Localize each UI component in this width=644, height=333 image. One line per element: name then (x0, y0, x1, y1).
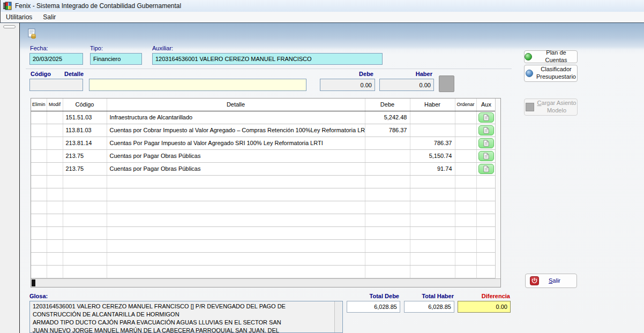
table-row[interactable]: 213.81.14 Cuentas Por Pagar Impuesto al … (31, 137, 496, 149)
fecha-value: 20/03/2025 (33, 56, 62, 62)
menu-bar: Utilitarios Salir (0, 12, 644, 22)
cell-haber: 91.74 (410, 162, 455, 175)
auxiliar-label: Auxiliar: (152, 45, 173, 51)
cell-detalle: Cuentas por Cobrar Impuesto al Valor Agr… (107, 124, 365, 137)
empty-row (31, 201, 496, 214)
header-aux[interactable]: Aux (476, 99, 496, 111)
total-haber-field: 6,028.85 (404, 301, 454, 313)
header-elimin[interactable]: Elimin (31, 99, 47, 111)
table-row[interactable]: 213.75 Cuentas por Pagar Obras Públicas … (31, 162, 496, 175)
gray-square-icon (526, 103, 534, 111)
grid-vertical-scrollbar[interactable] (495, 99, 500, 279)
diferencia-value: 0.00 (496, 304, 507, 310)
grid-horizontal-scrollbar[interactable] (31, 278, 500, 287)
blue-sphere-icon (526, 70, 533, 77)
tipo-input[interactable]: Financiero (90, 53, 142, 65)
cell-haber: 5,150.74 (410, 149, 455, 162)
total-debe-label: Total Debe (347, 293, 399, 299)
table-row[interactable]: 151.51.03 Infraestructura de Alcantarill… (31, 111, 496, 124)
cell-codigo: 213.81.14 (63, 137, 107, 149)
cell-debe (365, 137, 410, 149)
window-title: Fenix - Sistema Integrado de Contabilida… (15, 2, 181, 10)
green-sphere-icon (525, 53, 532, 60)
cargar-asiento-modelo-button[interactable]: Cargar Asiento Modelo (524, 99, 578, 116)
cargar-asiento-label: Cargar Asiento Modelo (537, 100, 576, 115)
cell-codigo: 213.75 (63, 162, 107, 175)
grid-header-row: Elimin Modif Código Detalle Debe Haber O… (31, 99, 496, 111)
aux-button[interactable] (478, 164, 494, 174)
plan-de-cuentas-label: Plan de Cuentas (535, 49, 577, 64)
cell-haber: 786.37 (410, 137, 455, 149)
cell-detalle: Infraestructura de Alcantarillado (107, 111, 365, 124)
haber-value: 0.00 (420, 82, 431, 88)
empty-row (31, 188, 496, 201)
debe-input[interactable]: 0.00 (320, 79, 375, 91)
detalle-input[interactable] (89, 79, 306, 91)
salir-label: Salir (549, 277, 560, 285)
codigo-input[interactable] (29, 79, 83, 91)
fecha-input[interactable]: 20/03/2025 (29, 53, 83, 65)
add-line-button[interactable] (439, 75, 454, 92)
table-row[interactable]: 113.81.03 Cuentas por Cobrar Impuesto al… (31, 124, 496, 137)
title-bar: Fenix - Sistema Integrado de Contabilida… (0, 0, 644, 12)
total-debe-value: 6,028.85 (374, 304, 397, 310)
entries-table: Elimin Modif Código Detalle Debe Haber O… (31, 99, 497, 278)
separator-line (26, 69, 512, 69)
entries-grid: Elimin Modif Código Detalle Debe Haber O… (31, 98, 501, 287)
aux-button[interactable] (478, 125, 494, 135)
glosa-scrollbar[interactable] (334, 301, 342, 332)
cell-haber (410, 111, 455, 124)
auxiliar-value: 1203164536001 VALERO CEREZO MANUEL FRANC… (155, 56, 312, 62)
glosa-textarea[interactable]: 1203164536001 VALERO CEREZO MANUEL FRANC… (29, 301, 343, 333)
codigo-label: Código (31, 71, 51, 77)
table-row[interactable]: 213.75 Cuentas por Pagar Obras Públicas … (31, 149, 496, 162)
app-icon (3, 2, 12, 10)
header-detalle[interactable]: Detalle (107, 99, 365, 111)
empty-row (31, 265, 496, 278)
cell-codigo: 113.81.03 (63, 124, 107, 137)
salir-button[interactable]: Salir (525, 274, 577, 288)
fecha-label: Fecha: (30, 45, 48, 51)
header-ordenar[interactable]: Ordenar (455, 99, 476, 111)
header-codigo[interactable]: Código (63, 99, 107, 111)
cell-haber (410, 124, 455, 137)
header-haber[interactable]: Haber (410, 99, 455, 111)
haber-input[interactable]: 0.00 (379, 79, 434, 91)
cell-debe (365, 149, 410, 162)
tipo-label: Tipo: (90, 45, 103, 51)
total-haber-label: Total Haber (404, 293, 454, 299)
aux-button[interactable] (478, 112, 494, 123)
aux-button[interactable] (478, 151, 494, 161)
debe-label: Debe (320, 71, 373, 77)
cell-debe: 5,242.48 (365, 111, 410, 124)
cell-debe (365, 162, 410, 175)
diferencia-label: Diferencia (458, 293, 510, 299)
empty-row (31, 175, 496, 188)
plan-de-cuentas-button[interactable]: Plan de Cuentas (524, 50, 578, 63)
power-icon (530, 276, 539, 285)
header-modif[interactable]: Modif (47, 99, 63, 111)
auxiliar-input[interactable]: 1203164536001 VALERO CEREZO MANUEL FRANC… (152, 53, 383, 65)
cell-codigo: 151.51.03 (63, 111, 107, 124)
diferencia-field: 0.00 (458, 301, 511, 313)
clasificador-presupuestario-button[interactable]: Clasificador Presupuestario (524, 65, 578, 82)
cell-detalle: Cuentas por Pagar Obras Públicas (107, 149, 365, 162)
empty-row (31, 226, 496, 239)
cell-detalle: Cuentas Por Pagar Impuesto al Valor Agre… (107, 137, 365, 149)
hscroll-thumb[interactable] (32, 279, 35, 286)
glosa-label: Glosa: (29, 293, 48, 299)
menu-utilitarios[interactable]: Utilitarios (1, 12, 38, 22)
aux-button[interactable] (478, 138, 494, 148)
cell-detalle: Cuentas por Pagar Obras Públicas (107, 162, 365, 175)
cell-debe: 786.37 (365, 124, 410, 137)
empty-row (31, 252, 496, 265)
header-debe[interactable]: Debe (365, 99, 410, 111)
left-dock-strip (0, 22, 19, 333)
tipo-value: Financiero (93, 56, 121, 62)
empty-row (31, 239, 496, 252)
menu-salir[interactable]: Salir (38, 12, 61, 22)
new-entry-toolbar-button[interactable] (25, 27, 39, 41)
total-haber-value: 6,028.85 (428, 304, 451, 310)
splitter-handle[interactable] (3, 25, 16, 28)
document-coins-icon (27, 28, 38, 39)
